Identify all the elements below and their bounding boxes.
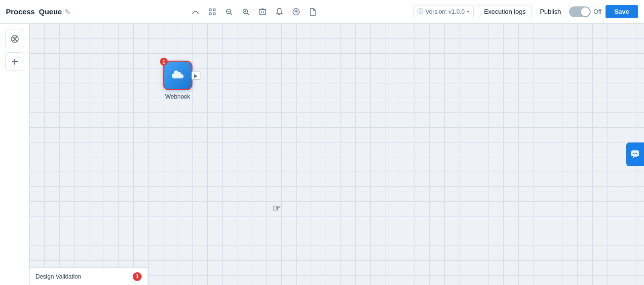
curve-tool-button[interactable] bbox=[188, 4, 203, 20]
cloud-icon bbox=[170, 70, 185, 81]
validation-label: Design Validation bbox=[36, 273, 129, 280]
bottom-validation-bar[interactable]: Design Validation 1 bbox=[30, 267, 148, 285]
upload-button[interactable] bbox=[288, 4, 304, 20]
validation-error-badge: 1 bbox=[133, 272, 142, 281]
svg-rect-11 bbox=[260, 9, 265, 15]
toolbar-center-tools bbox=[188, 4, 321, 20]
cursor-indicator: ☞ bbox=[272, 202, 281, 214]
publish-toggle-container: Off bbox=[569, 6, 602, 17]
info-icon: ⓘ bbox=[417, 7, 423, 16]
toolbar: Process_Queue ✎ bbox=[0, 0, 644, 24]
delete-button[interactable] bbox=[255, 4, 270, 20]
svg-point-26 bbox=[636, 153, 637, 154]
toggle-knob bbox=[581, 7, 590, 16]
workflow-title: Process_Queue bbox=[6, 7, 62, 16]
file-button[interactable] bbox=[305, 4, 321, 20]
svg-rect-1 bbox=[213, 9, 215, 11]
node-expand-arrow[interactable]: ▶ bbox=[191, 71, 200, 80]
notification-button[interactable] bbox=[271, 4, 287, 20]
grid-tool-button[interactable] bbox=[204, 4, 220, 20]
svg-rect-0 bbox=[209, 9, 211, 11]
zoom-out-button[interactable] bbox=[221, 4, 237, 20]
publish-button[interactable]: Publish bbox=[536, 5, 565, 18]
svg-rect-3 bbox=[213, 13, 215, 15]
version-chevron-icon: ▾ bbox=[467, 9, 469, 14]
svg-rect-2 bbox=[209, 13, 211, 15]
main-area: 1 ▶ Webhook ☞ Design Validati bbox=[0, 24, 644, 285]
toolbar-right: ⓘ Version: v1.0.0 ▾ Execution logs Publi… bbox=[413, 5, 638, 18]
save-button[interactable]: Save bbox=[606, 5, 638, 18]
tools-sidebar-button[interactable] bbox=[5, 30, 24, 48]
node-box[interactable]: ▶ bbox=[163, 61, 192, 90]
workflow-canvas[interactable]: 1 ▶ Webhook ☞ bbox=[30, 24, 644, 285]
execution-logs-button[interactable]: Execution logs bbox=[478, 5, 532, 18]
left-sidebar bbox=[0, 24, 30, 285]
version-selector[interactable]: ⓘ Version: v1.0.0 ▾ bbox=[413, 5, 473, 18]
webhook-node[interactable]: 1 ▶ Webhook bbox=[163, 61, 192, 100]
node-error-badge: 1 bbox=[160, 58, 168, 66]
node-label: Webhook bbox=[165, 93, 190, 100]
svg-point-25 bbox=[635, 153, 636, 154]
add-node-button[interactable] bbox=[5, 52, 24, 71]
toggle-track bbox=[569, 6, 591, 17]
edit-title-icon[interactable]: ✎ bbox=[65, 8, 71, 16]
svg-line-6 bbox=[230, 13, 232, 15]
zoom-in-button[interactable] bbox=[238, 4, 254, 20]
title-area: Process_Queue ✎ bbox=[6, 7, 95, 16]
version-label: Version: v1.0.0 bbox=[425, 8, 464, 15]
svg-point-24 bbox=[633, 153, 634, 154]
chat-button[interactable] bbox=[626, 142, 644, 166]
svg-line-10 bbox=[247, 13, 249, 15]
toggle-off-label: Off bbox=[594, 8, 602, 15]
publish-toggle[interactable] bbox=[569, 6, 591, 17]
